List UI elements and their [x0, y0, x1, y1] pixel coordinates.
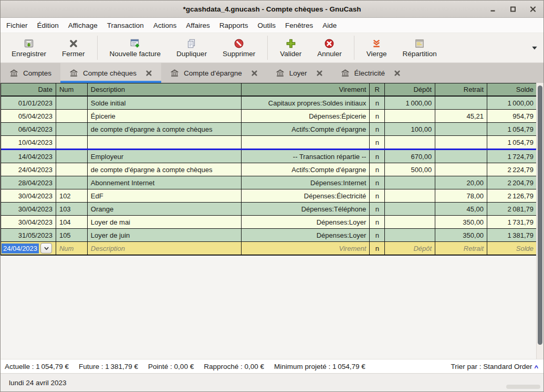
menu-affichage[interactable]: Affichage [64, 19, 102, 31]
edit-solde-field[interactable]: Solde [487, 242, 537, 255]
edit-reconcile-field[interactable]: n [370, 242, 385, 255]
annuler-button[interactable]: Annuler [309, 33, 350, 62]
cell-retrait[interactable]: 350,00 [435, 229, 487, 241]
cell-virement[interactable]: Actifs:Compte d'épargne [242, 123, 370, 135]
cell-retrait[interactable] [435, 150, 487, 163]
cell-num[interactable]: 104 [56, 216, 88, 228]
cell-num[interactable] [56, 136, 88, 149]
cell-depot[interactable] [385, 176, 435, 189]
cell-solde[interactable]: 1 724,79 [487, 150, 537, 163]
cell-depot[interactable] [385, 229, 435, 241]
cell-retrait[interactable] [435, 97, 487, 109]
repartition-button[interactable]: Répartition [395, 33, 445, 62]
edit-virement-field[interactable]: Virement [242, 242, 370, 255]
cell-retrait[interactable]: 20,00 [435, 176, 487, 189]
tab-compte-d-epargne[interactable]: Compte d'épargne [161, 63, 267, 83]
cell-retrait[interactable]: 78,00 [435, 189, 487, 202]
tab-comptes[interactable]: Comptes [1, 63, 60, 83]
cell-r[interactable]: n [370, 97, 385, 109]
cell-virement[interactable]: Dépenses:Épicerie [242, 110, 370, 122]
cell-num[interactable]: 102 [56, 189, 88, 202]
tab-electricite[interactable]: Électricité [332, 63, 410, 83]
cell-solde[interactable]: 2 224,79 [487, 163, 537, 176]
cell-description[interactable]: de compte d'épargne à compte chèques [88, 123, 242, 135]
close-button[interactable] [527, 3, 539, 15]
resize-grip[interactable] [506, 385, 540, 389]
cell-virement[interactable]: -- Transaction répartie -- [242, 150, 370, 163]
tab-close-icon[interactable] [316, 70, 323, 77]
cell-date[interactable]: 28/04/2023 [1, 176, 56, 189]
tab-close-icon[interactable] [251, 70, 258, 77]
cell-virement[interactable]: Actifs:Compte d'épargne [242, 163, 370, 176]
cell-virement[interactable]: Capitaux propres:Soldes initiaux [242, 97, 370, 109]
cell-depot[interactable]: 500,00 [385, 163, 435, 176]
date-dropdown-button[interactable] [40, 243, 52, 253]
cell-depot[interactable]: 100,00 [385, 123, 435, 135]
cell-num[interactable]: 105 [56, 229, 88, 241]
edit-depot-field[interactable]: Dépôt [385, 242, 435, 255]
menu-fichier[interactable]: Fichier [2, 19, 33, 31]
cell-r[interactable]: n [370, 163, 385, 176]
cell-virement[interactable] [242, 136, 370, 149]
menu-rapports[interactable]: Rapports [215, 19, 253, 31]
sort-control[interactable]: Trier par : Standard Order ^ [451, 363, 538, 370]
cell-num[interactable]: 103 [56, 203, 88, 215]
cell-retrait[interactable] [435, 163, 487, 176]
cell-retrait[interactable]: 45,21 [435, 110, 487, 122]
toolbar-overflow-button[interactable] [531, 33, 538, 62]
cell-date[interactable]: 30/04/2023 [1, 203, 56, 215]
cell-depot[interactable]: 670,00 [385, 150, 435, 163]
cell-r[interactable]: n [370, 150, 385, 163]
cell-depot[interactable] [385, 136, 435, 149]
cell-virement[interactable]: Dépenses:Loyer [242, 229, 370, 241]
cell-r[interactable]: n [370, 110, 385, 122]
cell-solde[interactable]: 954,79 [487, 110, 537, 122]
cell-virement[interactable]: Dépenses:Téléphone [242, 203, 370, 215]
cell-date[interactable]: 31/05/2023 [1, 229, 56, 241]
vertical-scrollbar[interactable] [536, 83, 543, 359]
tab-close-icon[interactable] [394, 70, 401, 77]
menu-fenetres[interactable]: Fenêtres [280, 19, 318, 31]
cell-description[interactable]: Solde initial [88, 97, 242, 109]
cell-r[interactable]: n [370, 136, 385, 149]
edit-num-field[interactable]: Num [56, 242, 88, 255]
cell-description[interactable] [88, 136, 242, 149]
cell-depot[interactable] [385, 203, 435, 215]
cell-solde[interactable]: 1 381,79 [487, 229, 537, 241]
cell-depot[interactable]: 1 000,00 [385, 97, 435, 109]
cell-num[interactable] [56, 150, 88, 163]
cell-depot[interactable] [385, 189, 435, 202]
cell-solde[interactable]: 2 204,79 [487, 176, 537, 189]
cell-num[interactable] [56, 110, 88, 122]
edit-description-field[interactable]: Description [88, 242, 242, 255]
enregistrer-button[interactable]: Enregistrer [4, 33, 54, 62]
cell-solde[interactable]: 1 054,79 [487, 136, 537, 149]
title-bar[interactable]: *gcashdata_4.gnucash - Compte chèques - … [1, 1, 543, 18]
tab-compte-cheques[interactable]: Compte chèques [60, 63, 161, 83]
cell-description[interactable]: EdF [88, 189, 242, 202]
cell-virement[interactable]: Dépenses:Loyer [242, 216, 370, 228]
cell-description[interactable]: Loyer de mai [88, 216, 242, 228]
cell-num[interactable] [56, 163, 88, 176]
cell-date[interactable]: 30/04/2023 [1, 216, 56, 228]
menu-transaction[interactable]: Transaction [102, 19, 149, 31]
scrollbar-thumb[interactable] [538, 86, 542, 345]
cell-date[interactable]: 24/04/2023 [1, 163, 56, 176]
cell-description[interactable]: de compte d'épargne à compte chèques [88, 163, 242, 176]
cell-retrait[interactable]: 350,00 [435, 216, 487, 228]
tab-close-icon[interactable] [145, 70, 152, 77]
cell-description[interactable]: Loyer de juin [88, 229, 242, 241]
cell-depot[interactable] [385, 216, 435, 228]
cell-num[interactable] [56, 176, 88, 189]
menu-edition[interactable]: Édition [33, 19, 64, 31]
fermer-button[interactable]: Fermer [54, 33, 93, 62]
nouvelle-facture-button[interactable]: Nouvelle facture [102, 33, 169, 62]
cell-r[interactable]: n [370, 229, 385, 241]
cell-r[interactable]: n [370, 123, 385, 135]
cell-solde[interactable]: 1 054,79 [487, 123, 537, 135]
cell-retrait[interactable]: 45,00 [435, 203, 487, 215]
cell-solde[interactable]: 1 000,00 [487, 97, 537, 109]
menu-outils[interactable]: Outils [253, 19, 280, 31]
edit-date-field[interactable]: 24/04/2023 [1, 242, 56, 255]
menu-aide[interactable]: Aide [318, 19, 341, 31]
